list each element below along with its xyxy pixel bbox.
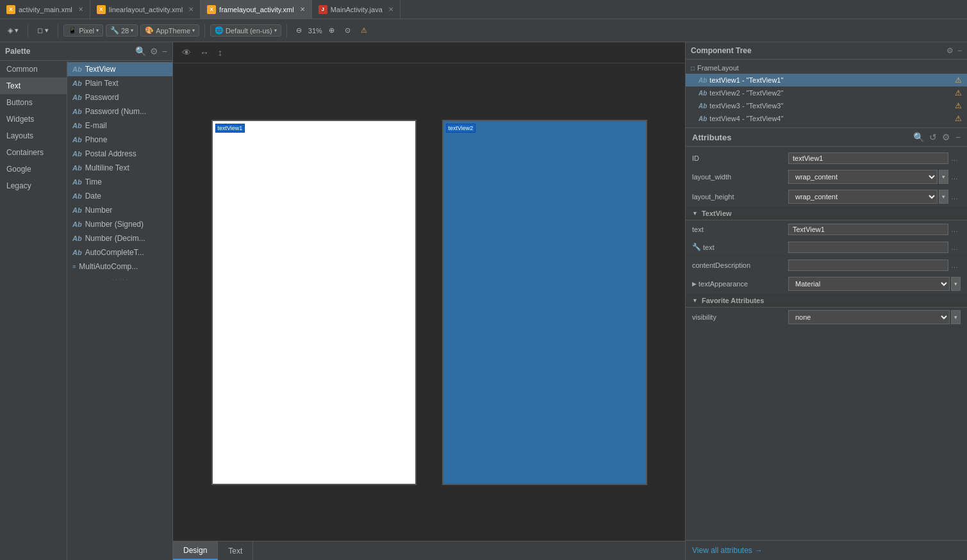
list-item[interactable]: Ab Password [67, 90, 172, 104]
attr-more-btn[interactable]: … [948, 193, 961, 201]
list-item[interactable]: Ab Password (Num... [67, 104, 172, 119]
gear-icon[interactable]: ⚙ [942, 132, 950, 142]
device-frame-light[interactable]: textView1 [211, 120, 417, 485]
tab-activity-main[interactable]: X activity_main.xml ✕ [0, 0, 90, 19]
tree-item-textview4[interactable]: Ab textView4 - "TextView4" ⚠ [686, 112, 967, 125]
gear-icon[interactable]: ⚙ [946, 46, 954, 55]
textview-section-header[interactable]: ▼ TextView [686, 207, 967, 220]
list-item[interactable]: Ab Time [67, 175, 172, 189]
tab-text[interactable]: Text [218, 541, 253, 560]
blueprint-btn[interactable]: ◻ ▾ [33, 25, 53, 36]
favorite-section-header[interactable]: ▼ Favorite Attributes [686, 294, 967, 308]
tab-design[interactable]: Design [173, 541, 218, 560]
zoom-out-btn[interactable]: ⊖ [292, 25, 306, 36]
minimize-icon[interactable]: − [955, 132, 961, 142]
tree-item-textview1[interactable]: Ab textView1 - "TextView1" ⚠ [686, 74, 967, 86]
number-icon: Ab [72, 206, 82, 214]
sidebar-item-legacy[interactable]: Legacy [0, 177, 67, 194]
layout-width-select[interactable]: wrap_content match_parent [788, 170, 938, 184]
warning-btn[interactable]: ⚠ [357, 25, 371, 36]
warning-icon: ⚠ [955, 114, 962, 123]
list-item[interactable]: Ab Number (Decim... [67, 231, 172, 245]
palette-header: Palette 🔍 ⚙ − [0, 42, 172, 61]
textview1-label: textView1 [215, 124, 245, 133]
locale-dropdown[interactable]: 🌐 Default (en-us) ▾ [210, 24, 281, 37]
list-item[interactable]: Ab Multiline Text [67, 161, 172, 175]
sidebar-item-common[interactable]: Common [0, 61, 67, 78]
list-item[interactable]: Ab TextView [67, 62, 172, 76]
attr-more-btn[interactable]: … [948, 226, 961, 233]
list-item[interactable]: Ab Date [67, 189, 172, 203]
list-item[interactable]: Ab E-mail [67, 119, 172, 133]
list-item[interactable]: Ab AutoCompleteT... [67, 245, 172, 259]
text-input[interactable] [788, 224, 948, 235]
close-icon[interactable]: ✕ [388, 6, 393, 13]
attr-more-btn[interactable]: … [948, 173, 961, 181]
content-desc-input[interactable] [788, 259, 948, 271]
text-wrench-input[interactable] [788, 242, 948, 253]
tree-item-framelayout[interactable]: □ FrameLayout [686, 62, 967, 74]
horizontal-arrows-icon[interactable]: ↔ [197, 46, 211, 59]
multiauto-icon: ≡ [72, 263, 76, 270]
tab-label: linearlayout_activity.xml [109, 6, 183, 13]
search-icon[interactable]: 🔍 [135, 46, 146, 56]
view-all-label: View all attributes [692, 546, 752, 555]
ab-icon: Ab [698, 90, 707, 97]
list-item[interactable]: Ab Postal Address [67, 147, 172, 161]
attr-row-text: text … [686, 220, 967, 238]
sidebar-item-layouts[interactable]: Layouts [0, 128, 67, 144]
fit-btn[interactable]: ⊙ [341, 25, 354, 36]
sidebar-item-buttons[interactable]: Buttons [0, 94, 67, 111]
tree-item-textview2[interactable]: Ab textView2 - "TextView2" ⚠ [686, 86, 967, 99]
api-dropdown[interactable]: 🔧 28 ▾ [106, 24, 138, 37]
tree-item-textview3[interactable]: Ab textView3 - "TextView3" ⚠ [686, 99, 967, 112]
tab-label: framelayout_activity.xml [219, 6, 294, 13]
list-item[interactable]: Ab Number (Signed) [67, 217, 172, 231]
minimize-icon[interactable]: − [957, 46, 962, 55]
attributes-header: Attributes 🔍 ↺ ⚙ − [686, 128, 967, 147]
xml-icon: X [6, 5, 15, 14]
list-item[interactable]: Ab Plain Text [67, 76, 172, 90]
zoom-in-btn[interactable]: ⊕ [325, 25, 338, 36]
attr-more-btn[interactable]: … [948, 261, 961, 269]
id-input[interactable] [788, 152, 948, 164]
dropdown-arrow-icon[interactable]: ▾ [939, 190, 948, 204]
layout-height-select[interactable]: wrap_content match_parent [788, 190, 938, 204]
visibility-select[interactable]: none visible invisible gone [788, 310, 950, 324]
dropdown-arrow-icon[interactable]: ▾ [951, 277, 961, 291]
list-item[interactable]: Ab Number [67, 203, 172, 217]
refresh-icon[interactable]: ↺ [929, 132, 937, 142]
sidebar-item-containers[interactable]: Containers [0, 144, 67, 161]
close-icon[interactable]: ✕ [188, 6, 194, 13]
tab-framelayout[interactable]: X framelayout_activity.xml ✕ [201, 0, 312, 19]
design-mode-btn[interactable]: ◈ ▾ [4, 25, 22, 36]
vertical-arrows-icon[interactable]: ↕ [215, 46, 225, 59]
text-appearance-select[interactable]: Material [788, 277, 950, 291]
view-all-attributes-link[interactable]: View all attributes → [686, 540, 967, 560]
dropdown-arrow-icon[interactable]: ▾ [951, 310, 961, 324]
search-icon[interactable]: 🔍 [913, 132, 924, 142]
attr-row-content-desc: contentDescription … [686, 256, 967, 274]
close-icon[interactable]: ✕ [78, 6, 83, 13]
close-icon[interactable]: ✕ [300, 6, 305, 13]
sidebar-item-widgets[interactable]: Widgets [0, 111, 67, 128]
theme-dropdown[interactable]: 🎨 AppTheme ▾ [140, 24, 199, 37]
attr-text-value [788, 224, 948, 235]
tab-linearlayout[interactable]: X linearlayout_activity.xml ✕ [90, 0, 201, 19]
minimize-icon[interactable]: − [162, 46, 167, 56]
eye-icon[interactable]: 👁 [179, 46, 194, 59]
device-frame-dark[interactable]: textView2 [442, 120, 647, 485]
device-dropdown[interactable]: 📱 Pixel ▾ [63, 24, 103, 37]
attr-more-btn[interactable]: … [948, 243, 961, 251]
list-item[interactable]: Ab Phone [67, 133, 172, 147]
gear-icon[interactable]: ⚙ [150, 46, 158, 56]
dropdown-arrow-icon[interactable]: ▾ [939, 170, 948, 184]
plaintext-icon: Ab [72, 79, 82, 87]
attr-more-btn[interactable]: … [948, 154, 961, 162]
sidebar-item-google[interactable]: Google [0, 161, 67, 177]
sidebar-item-text[interactable]: Text [0, 78, 67, 94]
separator [204, 24, 205, 37]
list-item[interactable]: ≡ MultiAutoComp... [67, 259, 172, 274]
tab-mainactivity[interactable]: J MainActivity.java ✕ [312, 0, 401, 19]
attr-text-label: text [692, 226, 788, 233]
